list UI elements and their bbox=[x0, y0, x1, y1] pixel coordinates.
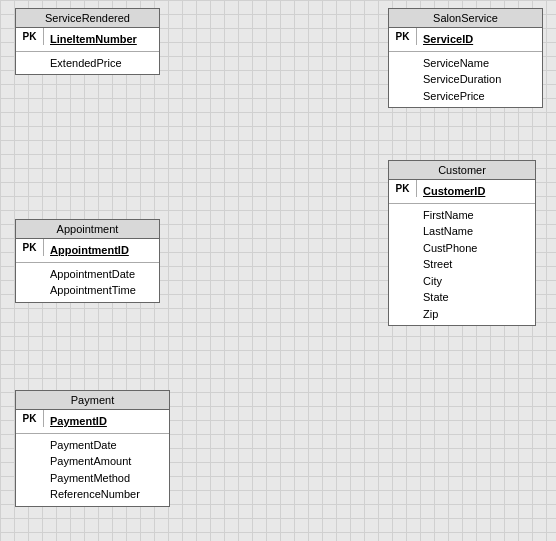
table-header-service-rendered: ServiceRendered bbox=[16, 9, 159, 28]
pk-row-appointment: PK AppointmentID bbox=[16, 239, 159, 263]
pk-field-service-rendered: LineItemNumber bbox=[44, 28, 143, 51]
pk-field-customer: CustomerID bbox=[417, 180, 491, 203]
table-header-salon-service: SalonService bbox=[389, 9, 542, 28]
fields-customer: FirstNameLastNameCustPhoneStreetCityStat… bbox=[417, 204, 483, 326]
pk-label-payment: PK bbox=[16, 410, 44, 427]
table-salon-service: SalonService PK ServiceID ServiceNameSer… bbox=[388, 8, 543, 108]
pk-field-appointment: AppointmentID bbox=[44, 239, 135, 262]
table-customer: Customer PK CustomerID FirstNameLastName… bbox=[388, 160, 536, 326]
pk-field-salon-service: ServiceID bbox=[417, 28, 479, 51]
fields-row-salon-service: ServiceNameServiceDurationServicePrice bbox=[389, 52, 542, 108]
pk-label-service-rendered: PK bbox=[16, 28, 44, 45]
table-service-rendered: ServiceRendered PK LineItemNumber Extend… bbox=[15, 8, 160, 75]
table-appointment: Appointment PK AppointmentID Appointment… bbox=[15, 219, 160, 303]
pk-row-service-rendered: PK LineItemNumber bbox=[16, 28, 159, 52]
table-header-appointment: Appointment bbox=[16, 220, 159, 239]
fields-payment: PaymentDatePaymentAmountPaymentMethodRef… bbox=[44, 434, 146, 506]
pk-row-customer: PK CustomerID bbox=[389, 180, 535, 204]
table-header-customer: Customer bbox=[389, 161, 535, 180]
pk-label-appointment: PK bbox=[16, 239, 44, 256]
table-header-payment: Payment bbox=[16, 391, 169, 410]
diagram-canvas: ServiceRendered PK LineItemNumber Extend… bbox=[0, 0, 556, 541]
fields-service-rendered: ExtendedPrice bbox=[44, 52, 128, 75]
fields-row-payment: PaymentDatePaymentAmountPaymentMethodRef… bbox=[16, 434, 169, 506]
pk-row-salon-service: PK ServiceID bbox=[389, 28, 542, 52]
fields-appointment: AppointmentDateAppointmentTime bbox=[44, 263, 142, 302]
table-payment: Payment PK PaymentID PaymentDatePaymentA… bbox=[15, 390, 170, 507]
pk-label-customer: PK bbox=[389, 180, 417, 197]
fields-row-customer: FirstNameLastNameCustPhoneStreetCityStat… bbox=[389, 204, 535, 326]
fields-row-service-rendered: ExtendedPrice bbox=[16, 52, 159, 75]
pk-label-salon-service: PK bbox=[389, 28, 417, 45]
fields-row-appointment: AppointmentDateAppointmentTime bbox=[16, 263, 159, 302]
pk-row-payment: PK PaymentID bbox=[16, 410, 169, 434]
fields-salon-service: ServiceNameServiceDurationServicePrice bbox=[417, 52, 507, 108]
pk-field-payment: PaymentID bbox=[44, 410, 113, 433]
